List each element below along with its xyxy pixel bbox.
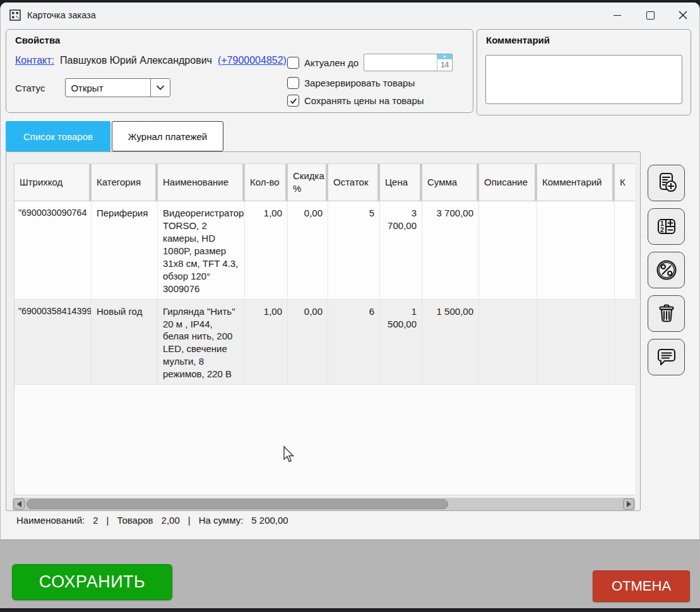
contact-phone-link[interactable]: (+7900004852) — [218, 55, 287, 66]
comment-group: Комментарий — [477, 29, 691, 115]
checkbox-box — [287, 77, 299, 89]
summary-total-label: На сумму: — [199, 515, 244, 526]
table-cell: 3 700,00 — [422, 201, 479, 299]
table-row[interactable]: "6900030090764ПериферияВидеорегистратор … — [15, 201, 635, 300]
summary-bar: Наименований: 2 | Товаров 2,00 | На сумм… — [16, 515, 297, 526]
comment-group-label: Комментарий — [486, 35, 550, 45]
table-cell: 6 — [328, 300, 380, 385]
trash-icon — [654, 301, 679, 326]
checkbox-actual-until-label: Актуален до — [304, 57, 359, 68]
edit-quantity-button[interactable]: 1 2 — [648, 208, 685, 245]
column-header[interactable]: Остаток — [328, 164, 380, 201]
checkbox-box — [287, 95, 299, 107]
properties-group: Свойства Контакт: Павшуков Юрий Александ… — [6, 29, 473, 113]
scrollbar-track[interactable] — [25, 498, 623, 510]
check-icon — [289, 97, 298, 105]
summary-items-value: 2,00 — [162, 515, 180, 526]
calendar-button[interactable]: 14 — [437, 54, 452, 71]
status-row: Статус Открыт — [15, 78, 170, 97]
comment-textarea[interactable] — [485, 55, 682, 104]
column-header[interactable]: Наименование — [158, 164, 245, 201]
table-cell: Периферия — [92, 201, 158, 299]
footer-bar: СОХРАНИТЬ ОТМЕНА — [1, 539, 699, 608]
table-cell — [479, 201, 537, 299]
checkbox-reserve-goods[interactable]: Зарезервировать товары — [287, 77, 453, 89]
chevron-down-icon — [156, 85, 165, 90]
quantity-icon: 1 2 — [654, 214, 679, 239]
column-header[interactable]: Цена — [380, 164, 422, 201]
table-cell — [537, 201, 615, 299]
add-item-button[interactable] — [648, 165, 685, 201]
table-cell: 1 500,00 — [422, 300, 479, 385]
cancel-button[interactable]: ОТМЕНА — [593, 570, 690, 602]
tab-product-list-label: Список товаров — [23, 131, 93, 142]
scrollbar-thumb[interactable] — [27, 499, 448, 509]
delete-button[interactable] — [648, 295, 685, 332]
column-header[interactable]: К — [615, 164, 635, 201]
summary-separator: | — [188, 515, 191, 526]
column-header[interactable]: Категория — [92, 164, 158, 201]
maximize-icon — [646, 11, 655, 20]
discount-button[interactable] — [648, 252, 685, 288]
checkbox-reserve-goods-label: Зарезервировать товары — [304, 78, 415, 88]
status-value: Открыт — [66, 83, 150, 93]
grid-header: ШтрихкодКатегорияНаименованиеКол-воСкидк… — [15, 164, 635, 201]
right-arrow-icon — [627, 501, 631, 507]
checkbox-box — [287, 57, 299, 69]
product-grid: ШтрихкодКатегорияНаименованиеКол-воСкидк… — [14, 163, 635, 495]
table-cell: 1,00 — [245, 201, 288, 299]
minimize-icon — [614, 15, 621, 16]
column-header[interactable]: Сумма — [422, 164, 479, 201]
contact-row: Контакт: Павшуков Юрий Александрович (+7… — [15, 55, 287, 66]
table-cell: Видеорегистратор TORSO, 2 камеры, HD 108… — [158, 201, 245, 299]
checkbox-actual-until[interactable]: Актуален до 14 — [287, 54, 453, 71]
close-button[interactable] — [667, 3, 699, 28]
summary-total-value: 5 200,00 — [251, 515, 288, 526]
save-button[interactable]: СОХРАНИТЬ — [12, 564, 172, 600]
table-row[interactable]: "69000358414399Новый годГирлянда "Нить" … — [15, 300, 635, 385]
calendar-icon — [437, 54, 452, 59]
summary-items-label: Товаров — [117, 515, 153, 526]
calendar-day: 14 — [437, 59, 452, 71]
add-document-icon — [654, 170, 679, 196]
row-comment-button[interactable] — [648, 339, 685, 375]
status-label: Статус — [15, 83, 45, 93]
horizontal-scrollbar[interactable] — [13, 498, 635, 510]
tab-product-list[interactable]: Список товаров — [6, 121, 110, 151]
combobox-dropdown-button[interactable] — [150, 79, 170, 97]
column-header[interactable]: Комментарий — [537, 164, 615, 201]
close-icon — [679, 11, 687, 20]
table-cell: Гирлянда "Нить" 20 м , IP44, белая нить,… — [158, 300, 245, 385]
table-cell: Новый год — [92, 300, 158, 385]
table-cell — [537, 300, 615, 385]
status-combobox[interactable]: Открыт — [65, 78, 170, 97]
table-cell: 5 — [328, 201, 380, 299]
scroll-right-button[interactable] — [623, 498, 634, 510]
window-controls — [601, 3, 699, 28]
tab-payment-journal[interactable]: Журнал платежей — [112, 121, 223, 151]
percent-icon — [654, 257, 679, 283]
table-cell: 1,00 — [245, 300, 288, 385]
table-cell — [615, 300, 635, 385]
date-field[interactable]: 14 — [364, 54, 453, 71]
svg-text:2: 2 — [660, 226, 664, 233]
checkbox-keep-prices[interactable]: Сохранять цены на товары — [287, 95, 453, 107]
left-arrow-icon — [17, 501, 21, 507]
table-cell: 1 500,00 — [380, 300, 422, 385]
titlebar: Карточка заказа — [1, 3, 699, 28]
scroll-left-button[interactable] — [13, 498, 25, 510]
contact-link[interactable]: Контакт: — [15, 55, 54, 66]
maximize-button[interactable] — [634, 3, 667, 28]
order-card-window: Карточка заказа Свойства Контакт: Павшук… — [0, 3, 700, 608]
table-cell: "69000358414399 — [15, 300, 92, 385]
date-input[interactable] — [364, 54, 437, 71]
column-header[interactable]: Штрихкод — [15, 164, 92, 201]
column-header[interactable]: Кол-во — [245, 164, 288, 201]
table-cell: 3 700,00 — [380, 201, 422, 299]
window-title: Карточка заказа — [27, 10, 96, 20]
properties-group-label: Свойства — [15, 35, 60, 45]
grid-body: "6900030090764ПериферияВидеорегистратор … — [15, 201, 635, 385]
column-header[interactable]: Скидка % — [288, 164, 328, 201]
minimize-button[interactable] — [601, 3, 634, 28]
column-header[interactable]: Описание — [479, 164, 537, 201]
